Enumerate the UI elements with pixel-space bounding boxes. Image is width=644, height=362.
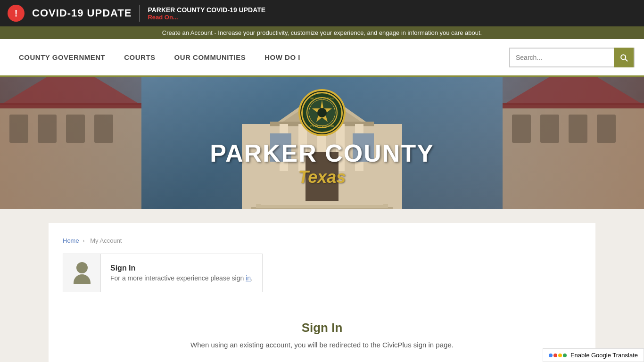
signin-section: Sign In When using an existing account, … bbox=[63, 306, 581, 362]
svg-text:COUNTY OF PARKER: COUNTY OF PARKER bbox=[310, 125, 334, 128]
seal-inner: COUNTY OF PARKER THE STATE OF TEXAS bbox=[301, 92, 343, 133]
svg-marker-12 bbox=[503, 77, 644, 105]
avatar-body bbox=[74, 274, 91, 284]
svg-point-32 bbox=[317, 108, 327, 117]
signin-info-text: Sign In For a more interactive experienc… bbox=[101, 257, 262, 289]
covid-divider bbox=[139, 5, 140, 22]
svg-rect-2 bbox=[38, 115, 57, 143]
nav-link-courts[interactable]: COURTS bbox=[115, 39, 165, 76]
avatar-head bbox=[76, 262, 88, 273]
content-card: Home › My Account Sign In For a more int… bbox=[49, 223, 595, 362]
svg-rect-13 bbox=[503, 103, 644, 108]
covid-update-title: PARKER COUNTY COVID-19 UPDATE bbox=[148, 6, 265, 14]
google-translate-bar[interactable]: Enable Google Translate bbox=[543, 348, 644, 362]
svg-rect-28 bbox=[261, 201, 383, 205]
nav-item-courts[interactable]: COURTS bbox=[115, 39, 165, 76]
signin-link[interactable]: in bbox=[246, 274, 251, 282]
page-content: Home › My Account Sign In For a more int… bbox=[39, 209, 605, 362]
account-bar: Create an Account - Increase your produc… bbox=[0, 26, 644, 39]
svg-marker-5 bbox=[0, 77, 141, 105]
search-button[interactable] bbox=[614, 48, 634, 67]
nav-menu: COUNTY GOVERNMENT COURTS OUR COMMUNITIES… bbox=[9, 39, 310, 76]
county-seal: COUNTY OF PARKER THE STATE OF TEXAS bbox=[298, 89, 346, 136]
google-translate-icon bbox=[549, 354, 567, 357]
gt-dot-red bbox=[553, 354, 557, 357]
nav-link-our-communities[interactable]: OUR COMMUNITIES bbox=[165, 39, 256, 76]
nav-item-our-communities[interactable]: OUR COMMUNITIES bbox=[165, 39, 256, 76]
county-title-main: PARKER COUNTY bbox=[210, 140, 434, 167]
breadcrumb-separator: › bbox=[83, 237, 84, 244]
covid-title: COVID-19 UPDATE bbox=[32, 7, 132, 19]
svg-rect-11 bbox=[597, 115, 616, 143]
covid-read-on-link[interactable]: Read On... bbox=[148, 14, 265, 21]
search-icon bbox=[619, 53, 628, 62]
gt-dot-green bbox=[563, 354, 567, 357]
search-input[interactable] bbox=[510, 49, 614, 66]
svg-text:THE STATE OF TEXAS: THE STATE OF TEXAS bbox=[310, 97, 335, 100]
covid-banner: COVID-19 UPDATE PARKER COUNTY COVID-19 U… bbox=[0, 0, 644, 26]
svg-rect-8 bbox=[512, 115, 531, 143]
hero-right-building bbox=[503, 77, 644, 209]
nav-item-how-do-i[interactable]: HOW DO I bbox=[255, 39, 310, 76]
nav-item-county-government[interactable]: COUNTY GOVERNMENT bbox=[9, 39, 115, 76]
hero-left-building bbox=[0, 77, 141, 209]
svg-rect-1 bbox=[9, 115, 28, 143]
signin-info-box: Sign In For a more interactive experienc… bbox=[63, 254, 263, 292]
nav-link-how-do-i[interactable]: HOW DO I bbox=[255, 39, 310, 76]
navigation: COUNTY GOVERNMENT COURTS OUR COMMUNITIES… bbox=[0, 39, 644, 77]
svg-rect-6 bbox=[0, 103, 141, 108]
svg-rect-4 bbox=[94, 115, 113, 143]
svg-rect-9 bbox=[540, 115, 559, 143]
county-title-sub: Texas bbox=[298, 167, 346, 187]
breadcrumb: Home › My Account bbox=[63, 237, 581, 244]
svg-rect-10 bbox=[569, 115, 587, 143]
hero-content: COUNTY OF PARKER THE STATE OF TEXAS PARK… bbox=[210, 89, 434, 187]
search-area bbox=[509, 48, 635, 67]
covid-alert-icon bbox=[8, 5, 25, 22]
google-translate-label: Enable Google Translate bbox=[570, 352, 638, 359]
account-bar-text: Create an Account - Increase your produc… bbox=[162, 29, 482, 36]
user-avatar bbox=[63, 254, 101, 292]
hero-section: COUNTY OF PARKER THE STATE OF TEXAS PARK… bbox=[0, 77, 644, 209]
signin-heading: Sign In bbox=[63, 321, 581, 335]
breadcrumb-current: My Account bbox=[90, 237, 122, 244]
gt-dot-yellow bbox=[558, 354, 562, 357]
gt-dot-blue bbox=[549, 354, 553, 357]
breadcrumb-home[interactable]: Home bbox=[63, 237, 79, 244]
signin-info-description: For a more interactive experience please… bbox=[110, 274, 253, 282]
covid-right: PARKER COUNTY COVID-19 UPDATE Read On... bbox=[148, 6, 265, 21]
signin-description: When using an existing account, you will… bbox=[63, 341, 581, 349]
nav-link-county-government[interactable]: COUNTY GOVERNMENT bbox=[9, 39, 115, 76]
signin-info-title: Sign In bbox=[110, 264, 253, 272]
svg-rect-3 bbox=[66, 115, 85, 143]
